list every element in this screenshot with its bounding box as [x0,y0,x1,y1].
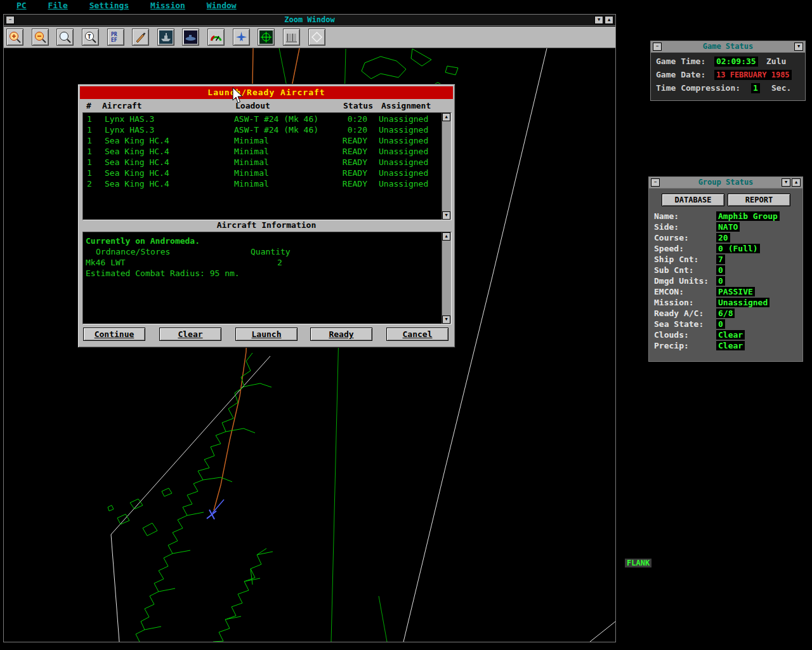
zoom-window-titlebar[interactable]: − Zoom Window ▼ ▲ [4,15,615,26]
table-row[interactable]: 1 Sea King HC.4 Minimal READY Unassigned [83,147,441,157]
status-field-row: Sub Cnt:0 [654,265,800,276]
column-header-aircraft: Aircraft [102,101,142,110]
status-field-row: Speed:0 (Full) [654,244,800,255]
depth-bars-icon[interactable] [283,29,300,46]
menu-file[interactable]: File [48,0,67,11]
zoom-window-title: Zoom Window [284,15,334,24]
status-field-row: Ready A/C:6/8 [654,308,800,319]
status-field-row: Ship Cnt:7 [654,255,800,265]
column-header-assignment: Assignment [381,101,431,110]
cancel-button[interactable]: Cancel [386,328,449,341]
table-row[interactable]: 1 Lynx HAS.3 ASW-T #24 (Mk 46) 0:20 Unas… [83,125,441,136]
game-time-value: 02:09:35 [714,56,758,67]
menu-bar: PC File Settings Mission Window [0,0,812,12]
waypoint-icon[interactable] [308,29,325,46]
mouse-cursor-icon [230,86,246,104]
target-icon[interactable] [258,29,275,46]
status-field-row: EMCON:PASSIVE [654,287,800,298]
status-field-row: Mission:Unassigned [654,298,800,308]
store-name: Mk46 LWT [86,258,126,267]
collapse-icon[interactable]: ▼ [594,16,603,24]
dialog-title[interactable]: Launch/Ready Aircraft [80,86,453,99]
preferences-icon[interactable]: PREF [107,29,124,46]
close-box-icon[interactable]: − [6,16,15,24]
scroll-down-icon[interactable]: ▼ [442,211,450,220]
time-compression-suffix: Sec. [771,83,791,93]
time-compression-value[interactable]: 1 [751,83,760,93]
column-header-status: Status [343,101,373,110]
combat-radius-line: Estimated Combat Radius: 95 nm. [86,269,240,278]
zoom-out-icon[interactable] [32,29,49,46]
clear-button[interactable]: Clear [159,328,221,341]
table-row[interactable]: 2 Sea King HC.4 Minimal READY Unassigned [83,179,441,190]
launch-ready-dialog: Launch/Ready Aircraft # Aircraft Loadout… [77,84,455,348]
svg-text:EF: EF [111,37,117,43]
collapse-icon[interactable]: ▼ [794,43,803,51]
aircraft-unit-marker [207,500,224,519]
database-button[interactable]: DATABASE [662,194,724,206]
game-status-window: − Game Status ▼ Game Time: 02:09:35 Zulu… [650,41,806,101]
svg-text:T: T [88,34,91,40]
aircraft-icon[interactable] [233,29,250,46]
column-header-num: # [86,101,91,110]
aircraft-information-heading: Aircraft Information [78,220,455,230]
store-quantity: 2 [277,258,282,267]
group-status-titlebar[interactable]: − Group Status ▼ ▲ [649,177,802,189]
magnify-icon[interactable] [56,29,74,46]
game-status-titlebar[interactable]: − Game Status ▼ [651,41,805,53]
table-row[interactable]: 1 Lynx HAS.3 ASW-T #24 (Mk 46) 0:20 Unas… [83,114,441,125]
svg-text:PR: PR [111,32,117,37]
group-status-fields: Name:Amphib Group Side:NATO Course:20 Sp… [654,211,800,352]
status-field-row: Side:NATO [654,222,800,233]
menu-pc[interactable]: PC [16,0,27,11]
close-box-icon[interactable]: − [651,178,660,187]
zoom-in-icon[interactable] [6,29,23,46]
map-toolbar: T PREF [4,27,615,48]
info-panel-scrollbar[interactable]: ▲ ▼ [442,232,451,324]
game-date-label: Game Date: [656,70,705,79]
continue-button[interactable]: Continue [83,328,145,341]
ready-button[interactable]: Ready [310,328,372,341]
gauge-icon[interactable] [207,29,225,46]
status-field-row: Dmgd Units:0 [654,276,800,287]
game-time-label: Game Time: [656,56,705,66]
scroll-down-icon[interactable]: ▼ [442,315,450,324]
magnify-text-icon[interactable]: T [82,29,99,46]
status-field-row: Precip:Clear [654,341,800,352]
game-date-value: 13 FEBRUARY 1985 [714,70,792,80]
group-status-title: Group Status [698,178,754,187]
time-compression-label: Time Compression: [656,83,740,93]
aircraft-list-scrollbar[interactable]: ▲ ▼ [442,113,451,220]
quantity-header: Quantity [251,247,291,256]
submarine-icon[interactable] [182,29,199,46]
collapse-icon[interactable]: ▼ [782,178,790,187]
menu-window[interactable]: Window [207,0,237,11]
aircraft-list[interactable]: 1 Lynx HAS.3 ASW-T #24 (Mk 46) 0:20 Unas… [82,112,452,220]
location-line: Currently on Andromeda. [86,236,200,246]
scroll-up-icon[interactable]: ▲ [442,113,450,121]
scroll-up-icon[interactable]: ▲ [442,232,450,241]
expand-icon[interactable]: ▲ [605,16,613,24]
expand-icon[interactable]: ▲ [792,178,801,187]
stores-header: Ordnance/Stores [96,247,170,256]
aircraft-rows: 1 Lynx HAS.3 ASW-T #24 (Mk 46) 0:20 Unas… [83,114,441,190]
aircraft-information-panel[interactable]: Currently on Andromeda. Ordnance/Stores … [82,232,452,324]
status-field-row: Sea State:0 [654,319,800,330]
status-field-row: Name:Amphib Group [654,211,800,222]
close-box-icon[interactable]: − [653,43,662,51]
ship-icon[interactable] [157,29,174,46]
report-button[interactable]: REPORT [728,194,790,206]
table-row[interactable]: 1 Sea King HC.4 Minimal READY Unassigned [83,157,441,168]
group-status-window: − Group Status ▼ ▲ DATABASE REPORT Name:… [648,176,803,362]
game-status-title: Game Status [703,42,753,51]
launch-button[interactable]: Launch [235,328,298,341]
menu-mission[interactable]: Mission [150,0,185,11]
group-speed-label: FLANK [624,558,652,568]
game-time-suffix: Zulu [766,56,786,66]
status-field-row: Course:20 [654,233,800,244]
draw-icon[interactable] [132,29,149,46]
menu-settings[interactable]: Settings [89,0,129,11]
table-row[interactable]: 1 Sea King HC.4 Minimal READY Unassigned [83,168,441,179]
status-field-row: Clouds:Clear [654,330,800,341]
table-row[interactable]: 1 Sea King HC.4 Minimal READY Unassigned [83,136,441,147]
